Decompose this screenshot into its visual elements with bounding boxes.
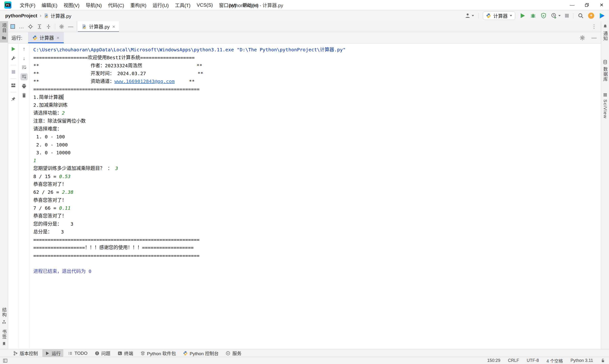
down-stack-trace-button[interactable]: ↓ — [20, 55, 27, 62]
stop-button[interactable] — [565, 14, 569, 18]
console-text: ==================！！！感谢您的使用！！！==========… — [33, 245, 193, 250]
console-text: ** 资助通道： — [33, 78, 114, 84]
gear-icon[interactable] — [59, 24, 64, 29]
toolwindow-button-services[interactable]: 服务 — [223, 349, 244, 357]
editor-tab-calculator[interactable]: 计算器.py × — [78, 21, 119, 32]
toolwindow-button-project[interactable]: 项目 — [0, 21, 8, 43]
folder-icon — [2, 35, 6, 40]
toolbar-separator — [478, 13, 479, 19]
restore-button[interactable] — [580, 0, 594, 10]
window-title: pythonProject - 计算器.py — [229, 0, 283, 10]
console-output[interactable]: C:\Users\zhouhaoran\AppData\Local\Micros… — [29, 43, 601, 349]
restore-layout-button[interactable] — [10, 82, 17, 89]
status-widget[interactable]: CRLF — [508, 358, 519, 363]
menu-item[interactable]: 重构(R) — [127, 0, 149, 10]
gradient-play-icon[interactable] — [598, 12, 605, 19]
menu-item[interactable]: 视图(V) — [60, 0, 82, 10]
toolwindow-button-todo[interactable]: TODO — [65, 349, 90, 357]
more-ellipsis-icon[interactable]: … — [19, 24, 24, 29]
locate-file-icon[interactable] — [28, 24, 33, 29]
minimize-button[interactable]: — — [565, 0, 580, 10]
console-text: ===================欢迎使用BestI计算系统========… — [33, 55, 195, 60]
bookmark-icon — [2, 342, 6, 346]
toolwindow-button-python[interactable]: Python 控制台 — [180, 349, 221, 357]
breadcrumb-project[interactable]: pythonProject — [5, 13, 37, 19]
menu-item[interactable]: 文件(F) — [17, 0, 39, 10]
notifications-label: 通知 — [602, 31, 608, 41]
toolwindow-button-packages[interactable]: Python 软件包 — [138, 349, 178, 357]
separator — [11, 65, 16, 65]
toolwindow-button-branch[interactable]: 版本控制 — [11, 349, 41, 357]
close-button[interactable]: ✕ — [594, 0, 609, 10]
stop-button[interactable] — [10, 68, 17, 75]
clear-all-button[interactable] — [20, 92, 27, 99]
bookmarks-label: 书签 — [1, 329, 7, 339]
run-actions-column — [8, 43, 19, 349]
run-button[interactable] — [519, 13, 526, 19]
console-line: C:\Users\zhouhaoran\AppData\Local\Micros… — [33, 46, 601, 54]
expand-all-icon[interactable] — [37, 24, 42, 29]
toolwindow-button-bookmarks[interactable]: 书签 — [1, 329, 7, 346]
gear-icon[interactable] — [580, 35, 585, 41]
rerun-button[interactable] — [10, 45, 17, 52]
hide-toolwindow-icon[interactable]: — — [591, 35, 597, 40]
collapse-all-icon[interactable] — [46, 24, 51, 29]
toolwindow-button-database[interactable]: 数据库 — [602, 60, 608, 82]
console-line: ========================================… — [33, 252, 601, 260]
toolbar-right: 计算器 — [465, 12, 605, 20]
status-widget[interactable]: UTF-8 — [527, 358, 539, 363]
show-panel-icon[interactable] — [11, 24, 15, 29]
user-menu[interactable] — [465, 13, 474, 19]
toolwindow-button-sciview[interactable]: SciView — [603, 93, 608, 119]
debug-button[interactable] — [530, 13, 536, 19]
status-widget[interactable]: Python 3.11 — [570, 358, 593, 363]
console-line: 2.加减乘除训练 — [33, 101, 601, 109]
menu-item[interactable]: 编辑(E) — [39, 0, 61, 10]
run-tab-calculator[interactable]: 计算器 × — [28, 32, 64, 43]
run-with-coverage-button[interactable] — [541, 13, 547, 19]
toolwindow-button-structure[interactable]: 结构 — [1, 307, 7, 324]
run-label: 运行: — [12, 34, 22, 41]
pin-tab-button[interactable] — [10, 95, 17, 103]
more-options-icon[interactable]: ⋮ — [591, 24, 597, 29]
toolwindow-button-notifications[interactable]: 通知 — [602, 24, 608, 41]
menu-item[interactable]: 运行(U) — [149, 0, 172, 10]
console-line: ===================欢迎使用BestI计算系统========… — [33, 54, 601, 62]
toolwindow-button-play[interactable]: 运行 — [42, 349, 63, 357]
update-button[interactable] — [588, 13, 594, 19]
run-config-selector[interactable]: 计算器 — [483, 12, 515, 20]
edit-config-button[interactable] — [10, 55, 17, 62]
console-text: 请选择功能： — [33, 110, 62, 116]
close-icon[interactable]: × — [57, 35, 59, 41]
menu-item[interactable]: 导航(N) — [82, 0, 105, 10]
toolwindow-button-label: 终端 — [124, 350, 133, 356]
console-text: 0.11 — [59, 205, 70, 211]
menu-item[interactable]: VCS(S) — [194, 0, 216, 10]
console-line: 恭喜您答对了！ — [33, 196, 601, 204]
status-widget[interactable]: 150:29 — [487, 358, 500, 363]
up-stack-trace-button[interactable]: ↑ — [20, 45, 27, 52]
hide-panel-icon[interactable]: — — [68, 24, 73, 29]
soft-wrap-button[interactable] — [20, 64, 27, 71]
toolwindow-button-error[interactable]: 问题 — [92, 349, 113, 357]
console-text: 3 — [112, 166, 118, 171]
search-everywhere-button[interactable] — [578, 13, 584, 19]
status-widget[interactable]: 4 个空格 — [546, 358, 563, 364]
python-icon — [183, 351, 188, 356]
toolwindow-switcher-icon[interactable] — [3, 358, 8, 363]
console-link[interactable]: www.1669012843@qq.com — [114, 78, 175, 84]
menu-item[interactable]: 代码(C) — [105, 0, 127, 10]
close-icon[interactable]: × — [112, 24, 115, 29]
editor-tabs-row: … — 计算器.p — [8, 21, 601, 32]
breadcrumb-file[interactable]: 计算器.py — [51, 12, 71, 19]
print-button[interactable] — [20, 82, 27, 90]
console-line: 恭喜您答对了！ — [33, 212, 601, 220]
scroll-to-end-button[interactable] — [20, 73, 27, 80]
toolwindow-button-terminal[interactable]: 终端 — [115, 349, 136, 357]
console-text: 总分是： 3 — [33, 229, 64, 235]
toolwindow-button-label: 问题 — [101, 350, 110, 356]
console-line: 请选择难度： — [33, 125, 601, 133]
unlock-icon[interactable] — [601, 358, 605, 363]
profiler-button[interactable] — [551, 13, 561, 19]
menu-item[interactable]: 工具(T) — [172, 0, 194, 10]
